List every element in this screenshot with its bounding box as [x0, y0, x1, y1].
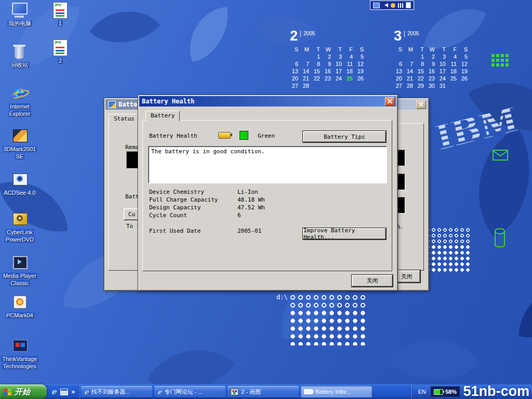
battery-tray-indicator[interactable]: 58%: [430, 386, 460, 397]
document-icon[interactable]: [406, 2, 411, 8]
cal-cell: 2: [427, 54, 437, 60]
desktop-icon-media-player-classic[interactable]: Media Player Classic: [0, 255, 39, 287]
icon-label: 3DMark2001 SE: [3, 146, 37, 159]
cal-cell: 10: [437, 61, 448, 68]
battery-health-titlebar[interactable]: Battery Health: [139, 96, 396, 107]
desktop: IBM d:\ 2 2005 SMTWTFS 12345 6789101112 …: [0, 0, 532, 399]
cal-cell: [312, 83, 323, 89]
task-paint[interactable]: 2 - 画图: [228, 386, 299, 397]
desktop-icon-pcmark04[interactable]: PCMark04: [0, 294, 39, 319]
desktop-icon-my-computer[interactable]: 我的电脑: [0, 2, 39, 27]
cal-cell: 21: [405, 75, 416, 82]
grid-icon[interactable]: [398, 3, 403, 8]
cal-cell: 3: [334, 54, 344, 60]
cal-day-header: T: [437, 46, 448, 53]
tab-battery[interactable]: Battery: [145, 111, 180, 122]
cal-cell: 20: [290, 75, 301, 82]
cal-cell: 11: [448, 61, 459, 68]
close-icon[interactable]: [385, 97, 395, 106]
quick-launch: e »: [47, 384, 80, 399]
cal-cell: 22: [312, 75, 323, 82]
volume-icon[interactable]: [382, 3, 388, 7]
chevron-more-icon[interactable]: »: [72, 388, 75, 395]
cal-day-header: S: [290, 46, 301, 53]
cal-cell: 20: [394, 75, 405, 82]
cal-cell: [290, 54, 301, 60]
dot-grid: [425, 244, 471, 273]
cal-cell: 7: [301, 61, 312, 68]
calendar-grid: SMTWTFS 12345 6789101112 13141516171819 …: [394, 46, 470, 89]
icon-label: ACDSee 4.0: [3, 190, 36, 196]
tab-panel: Battery Health Green Battery Tips The ba…: [142, 120, 392, 271]
cal-cell: [323, 83, 334, 89]
desktop-file-1[interactable]: JPG 1: [45, 2, 76, 27]
icon-label: 我的电脑: [7, 20, 32, 26]
cal-cell: 12: [459, 61, 470, 68]
cal-day-header: T: [334, 46, 344, 53]
cal-day-header: S: [394, 46, 405, 53]
condition-textbox[interactable]: The battery is in good condition.: [148, 146, 387, 183]
task-label: 2 - 画图: [241, 388, 261, 396]
windows-flag-icon: [4, 388, 12, 396]
cal-day-header: T: [312, 46, 323, 53]
field-value: 6: [237, 212, 241, 219]
cal-day-header: S: [355, 46, 366, 53]
my-computer-icon: [9, 2, 30, 19]
desktop-icon-3dmark2001[interactable]: 3DMark2001 SE: [0, 128, 39, 160]
acdsee-icon: [9, 171, 30, 188]
cal-cell: 18: [344, 68, 355, 75]
cal-cell: 9: [323, 61, 334, 68]
taskbar: 开始 e » e 找不到服务器... e 专门网论坛 - ... 2 - 画图 …: [0, 384, 532, 399]
desktop-icon-recycle-bin[interactable]: 回收站: [0, 44, 39, 69]
close-icon[interactable]: [416, 100, 426, 109]
desktop-icon-powerdvd[interactable]: CyberLink PowerDVD: [0, 211, 39, 243]
task-battery-information[interactable]: Battery Infor...: [301, 386, 372, 397]
cal-cell: [405, 54, 416, 60]
calendar-header: 3 2005: [394, 29, 470, 43]
window-title: Batte: [118, 101, 137, 108]
improve-battery-health-button[interactable]: Improve Battery Health...: [303, 228, 386, 240]
cal-cell: [459, 83, 470, 89]
close-button[interactable]: 关闭: [352, 275, 393, 287]
cal-cell: 25: [448, 75, 459, 82]
drive-label: d:\: [276, 294, 288, 301]
desktop-icon-acdsee[interactable]: ACDSee 4.0: [0, 171, 39, 196]
media-player-classic-icon: [9, 255, 30, 271]
thinkvantage-icon: [9, 338, 30, 354]
health-label: Battery Health: [149, 132, 197, 139]
internet-explorer-icon: e: [84, 389, 88, 395]
start-button[interactable]: 开始: [0, 384, 47, 399]
desktop-icon-thinkvantage[interactable]: ThinkVantage Technologies: [0, 338, 39, 370]
paint-icon: [231, 389, 238, 395]
task-ie-server-not-found[interactable]: e 找不到服务器...: [81, 386, 152, 397]
watermark-51nb: 51nb-com: [463, 383, 529, 399]
internet-explorer-icon[interactable]: e: [51, 388, 57, 396]
cal-cell: 8: [312, 61, 323, 68]
task-ie-forum[interactable]: e 专门网论坛 - ...: [154, 386, 225, 397]
battery-tips-button[interactable]: Battery Tips: [303, 131, 386, 142]
cal-day-header: W: [323, 46, 334, 53]
calendar-header: 2 2005: [290, 29, 366, 43]
tab-status[interactable]: Status: [109, 114, 140, 125]
pcmark-icon: [9, 294, 30, 311]
cal-cell: 16: [427, 68, 437, 75]
desktop-mini-toolbar[interactable]: [370, 1, 414, 10]
display-icon[interactable]: [373, 3, 380, 8]
icon-label: ThinkVantage Technologies: [1, 356, 38, 369]
desktop-file-2[interactable]: JPG 2: [45, 39, 76, 64]
show-desktop-icon[interactable]: [60, 389, 68, 395]
cal-cell: 21: [301, 75, 312, 82]
cal-day-header: S: [459, 46, 470, 53]
cal-cell: 3: [437, 54, 448, 60]
cal-cell: 17: [437, 68, 448, 75]
task-label: Battery Infor...: [315, 389, 351, 395]
calendar-month: 2: [290, 29, 298, 43]
desktop-icon-internet-explorer[interactable]: Internet Explorer: [0, 85, 39, 117]
device-icon[interactable]: [391, 3, 395, 8]
language-indicator[interactable]: EN: [418, 389, 426, 395]
cal-cell: 9: [427, 61, 437, 68]
cal-cell: 26: [459, 75, 470, 82]
cal-day-header: W: [427, 46, 437, 53]
field-value: 47.52 Wh: [237, 204, 265, 211]
battery-health-dialog[interactable]: Battery Health Battery Battery Health Gr…: [138, 95, 398, 291]
